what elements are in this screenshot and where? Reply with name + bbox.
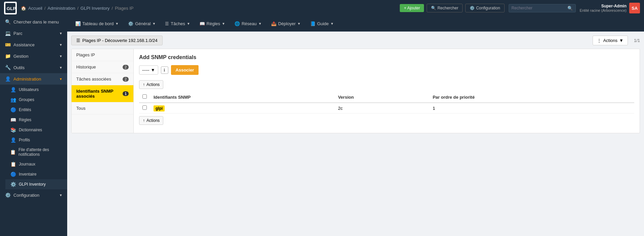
sidebar-sub-admin: 👤 Utilisateurs 👥 Groupes 🔵 Entités 📖 Règ…: [0, 85, 67, 189]
chevron-down-icon: ▼: [59, 54, 62, 58]
sidebar-item-dictionnaires[interactable]: 📚 Dictionnaires: [5, 125, 67, 135]
snmp-badge: 1: [123, 91, 129, 96]
nav-item-guide[interactable]: 📘 Guide ▼: [305, 17, 339, 30]
ltab-plages-ip[interactable]: Plages IP: [72, 49, 133, 61]
navbar: 📊 Tableau de bord ▼ ⚙️ Général ▼ ☰ Tâche…: [67, 16, 644, 32]
chevron-down-icon: ▼: [187, 22, 190, 26]
right-content: Add SNMP credentials ----- ▼ ℹ Associer: [134, 49, 640, 133]
sidebar-outils-label: Outils: [13, 65, 25, 70]
chevron-down-icon: ▼: [59, 43, 62, 47]
snmp-table: Identifiants SNMP Version Par ordre de p…: [139, 92, 634, 113]
associate-button[interactable]: Associer: [171, 65, 199, 75]
main-panel: Plages IP Historique 2 Tâches associées …: [71, 49, 640, 133]
actions-bottom-button[interactable]: ↑ Actions: [139, 116, 163, 125]
table-actions-top: ↑ Actions: [139, 80, 634, 89]
row-priority: 1: [429, 103, 634, 113]
search-icon: 🔍: [431, 6, 436, 10]
notifications-icon: 📋: [10, 149, 16, 155]
actions-dots-icon: ⋮: [597, 38, 601, 43]
select-all-checkbox[interactable]: [142, 94, 147, 99]
sidebar-item-assistance[interactable]: 🎫 Assistance ▼: [0, 39, 67, 50]
assistance-icon: 🎫: [5, 42, 11, 47]
select-value: -----: [142, 67, 149, 73]
sidebar-administration-label: Administration: [13, 77, 41, 82]
sidebar-item-administration[interactable]: 👤 Administration ▼: [0, 73, 67, 85]
sidebar-item-journaux[interactable]: 📋 Journaux: [5, 159, 67, 169]
nav-item-general[interactable]: ⚙️ Général ▼: [123, 17, 160, 30]
breadcrumb-current: Plages IP: [115, 6, 134, 11]
sidebar-item-gestion[interactable]: 📁 Gestion ▼: [0, 50, 67, 62]
parc-icon: 💻: [5, 31, 11, 36]
row-checkbox-col: [139, 103, 150, 113]
sidebar-profils-label: Profils: [19, 138, 30, 142]
sidebar-item-regles[interactable]: 📖 Règles: [5, 115, 67, 125]
sidebar-item-configuration[interactable]: ⚙️ Configuration ▼: [0, 189, 67, 201]
sidebar-utilisateurs-label: Utilisateurs: [19, 87, 39, 92]
administration-icon: 👤: [5, 76, 11, 82]
general-icon: ⚙️: [128, 21, 133, 26]
inventaire-icon: 🔵: [10, 172, 16, 177]
user-name: Super-Admin: [580, 4, 627, 8]
search-button[interactable]: 🔍 Rechercher: [427, 4, 463, 12]
taches-badge: 2: [123, 77, 129, 82]
breadcrumb-administration[interactable]: Administration: [48, 6, 75, 11]
chevron-down-icon: ▼: [152, 22, 156, 26]
actions-main-button[interactable]: ⋮ Actions ▼: [593, 36, 628, 45]
chevron-down-icon: ▼: [151, 67, 155, 73]
sidebar-configuration-label: Configuration: [13, 193, 39, 198]
content-tab[interactable]: ☰ Plages IP - Découverte 192.168.1.0/24: [71, 36, 163, 45]
col-version: Version: [335, 92, 429, 103]
topbar: GLPI 🏠 Accueil / Administration / GLPI I…: [0, 0, 644, 16]
nav-item-regles[interactable]: 📖 Règles ▼: [195, 17, 230, 30]
nav-item-taches[interactable]: ☰ Tâches ▼: [160, 17, 195, 30]
journaux-icon: 📋: [10, 161, 16, 167]
sidebar-gestion-label: Gestion: [13, 54, 29, 59]
sidebar-item-entites[interactable]: 🔵 Entités: [5, 105, 67, 115]
sidebar-item-outils[interactable]: 🔧 Outils ▼: [0, 62, 67, 73]
breadcrumb-sep2: /: [77, 6, 79, 11]
chevron-down-icon: ▼: [297, 22, 301, 26]
nav-item-deployer[interactable]: 📤 Déployer ▼: [266, 17, 305, 30]
breadcrumb-glpi-inventory[interactable]: GLPI Inventory: [81, 6, 110, 11]
config-button[interactable]: ⚙️ Configuration: [465, 4, 504, 12]
ltab-identifiants-snmp[interactable]: Identifiants SNMP associés 1: [72, 85, 133, 102]
profils-icon: 👤: [10, 137, 16, 143]
row-checkbox[interactable]: [142, 105, 147, 110]
sidebar-item-glpi-inventory[interactable]: ⚙️ GLPI Inventory: [5, 179, 67, 189]
sidebar-glpi-inventory-label: GLPI Inventory: [19, 182, 46, 187]
breadcrumb-accueil[interactable]: Accueil: [28, 6, 42, 11]
configuration-icon: ⚙️: [5, 192, 11, 198]
ltab-historique[interactable]: Historique 2: [72, 61, 133, 73]
ltab-tous[interactable]: Tous: [72, 102, 133, 114]
add-button[interactable]: + Ajouter: [400, 4, 424, 12]
nav-item-tableau-de-bord[interactable]: 📊 Tableau de bord ▼: [71, 17, 123, 30]
sidebar-item-search[interactable]: 🔍 Chercher dans le menu: [0, 16, 67, 28]
ltab-taches-associees[interactable]: Tâches associées 2: [72, 73, 133, 85]
sidebar-item-profils[interactable]: 👤 Profils: [5, 135, 67, 145]
user-avatar[interactable]: SA: [629, 3, 640, 13]
sidebar-item-groupes[interactable]: 👥 Groupes: [5, 95, 67, 105]
glpi-inventory-icon: ⚙️: [10, 182, 16, 187]
row-version: 2c: [335, 103, 429, 113]
pagination: 1/1: [634, 38, 640, 43]
chevron-down-icon: ▼: [59, 66, 62, 69]
global-search-input[interactable]: [512, 6, 565, 10]
dashboard-icon: 📊: [75, 21, 81, 26]
sidebar-item-parc[interactable]: 💻 Parc ▼: [0, 28, 67, 39]
gestion-icon: 📁: [5, 53, 11, 59]
sidebar-item-inventaire[interactable]: 🔵 Inventaire: [5, 169, 67, 179]
sidebar-item-utilisateurs[interactable]: 👤 Utilisateurs: [5, 85, 67, 95]
breadcrumb-home-icon: 🏠: [21, 6, 26, 11]
svg-text:GLPI: GLPI: [7, 6, 15, 11]
entites-icon: 🔵: [10, 107, 16, 112]
snmp-select[interactable]: ----- ▼: [139, 65, 158, 75]
utilisateurs-icon: 👤: [10, 87, 16, 92]
nav-item-reseau[interactable]: 🌐 Réseau ▼: [230, 17, 266, 30]
breadcrumb-sep3: /: [112, 6, 113, 11]
sidebar-entites-label: Entités: [19, 107, 31, 112]
sidebar-item-notifications[interactable]: 📋 File d'attente des notifications: [5, 145, 67, 159]
section-title: Add SNMP credentials: [139, 54, 634, 60]
info-button[interactable]: ℹ: [161, 66, 168, 74]
actions-top-button[interactable]: ↑ Actions: [139, 80, 163, 89]
chevron-down-icon: ▼: [59, 193, 62, 197]
